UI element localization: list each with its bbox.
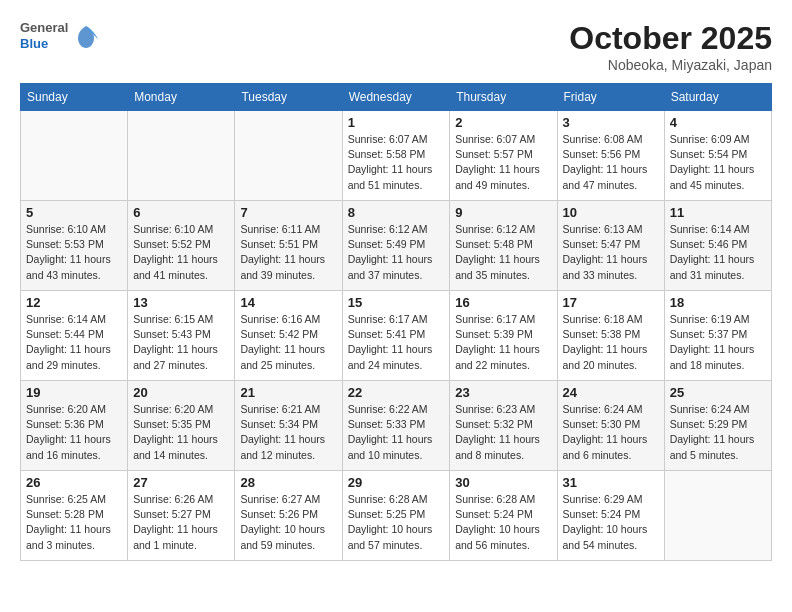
calendar-cell: 16Sunrise: 6:17 AM Sunset: 5:39 PM Dayli…: [450, 291, 557, 381]
day-number: 2: [455, 115, 551, 130]
calendar-cell: [128, 111, 235, 201]
day-number: 3: [563, 115, 659, 130]
day-number: 14: [240, 295, 336, 310]
calendar-week-row: 12Sunrise: 6:14 AM Sunset: 5:44 PM Dayli…: [21, 291, 772, 381]
calendar-cell: 28Sunrise: 6:27 AM Sunset: 5:26 PM Dayli…: [235, 471, 342, 561]
day-number: 8: [348, 205, 445, 220]
logo-text: General Blue: [20, 20, 68, 51]
day-info: Sunrise: 6:10 AM Sunset: 5:53 PM Dayligh…: [26, 222, 122, 283]
calendar-week-row: 1Sunrise: 6:07 AM Sunset: 5:58 PM Daylig…: [21, 111, 772, 201]
calendar-cell: 12Sunrise: 6:14 AM Sunset: 5:44 PM Dayli…: [21, 291, 128, 381]
calendar-cell: 31Sunrise: 6:29 AM Sunset: 5:24 PM Dayli…: [557, 471, 664, 561]
day-info: Sunrise: 6:22 AM Sunset: 5:33 PM Dayligh…: [348, 402, 445, 463]
calendar-week-row: 19Sunrise: 6:20 AM Sunset: 5:36 PM Dayli…: [21, 381, 772, 471]
day-number: 17: [563, 295, 659, 310]
day-info: Sunrise: 6:14 AM Sunset: 5:46 PM Dayligh…: [670, 222, 766, 283]
day-number: 29: [348, 475, 445, 490]
day-number: 4: [670, 115, 766, 130]
day-number: 21: [240, 385, 336, 400]
day-info: Sunrise: 6:27 AM Sunset: 5:26 PM Dayligh…: [240, 492, 336, 553]
day-info: Sunrise: 6:08 AM Sunset: 5:56 PM Dayligh…: [563, 132, 659, 193]
location: Nobeoka, Miyazaki, Japan: [569, 57, 772, 73]
logo: General Blue: [20, 20, 100, 51]
day-info: Sunrise: 6:24 AM Sunset: 5:29 PM Dayligh…: [670, 402, 766, 463]
day-info: Sunrise: 6:26 AM Sunset: 5:27 PM Dayligh…: [133, 492, 229, 553]
weekday-header-monday: Monday: [128, 84, 235, 111]
day-info: Sunrise: 6:18 AM Sunset: 5:38 PM Dayligh…: [563, 312, 659, 373]
calendar-cell: 17Sunrise: 6:18 AM Sunset: 5:38 PM Dayli…: [557, 291, 664, 381]
calendar-cell: 23Sunrise: 6:23 AM Sunset: 5:32 PM Dayli…: [450, 381, 557, 471]
header: General Blue October 2025 Nobeoka, Miyaz…: [20, 20, 772, 73]
day-number: 11: [670, 205, 766, 220]
calendar-cell: 13Sunrise: 6:15 AM Sunset: 5:43 PM Dayli…: [128, 291, 235, 381]
calendar-cell: 29Sunrise: 6:28 AM Sunset: 5:25 PM Dayli…: [342, 471, 450, 561]
calendar-cell: 24Sunrise: 6:24 AM Sunset: 5:30 PM Dayli…: [557, 381, 664, 471]
day-info: Sunrise: 6:24 AM Sunset: 5:30 PM Dayligh…: [563, 402, 659, 463]
calendar-cell: [21, 111, 128, 201]
calendar-cell: 8Sunrise: 6:12 AM Sunset: 5:49 PM Daylig…: [342, 201, 450, 291]
day-number: 18: [670, 295, 766, 310]
day-info: Sunrise: 6:17 AM Sunset: 5:41 PM Dayligh…: [348, 312, 445, 373]
day-info: Sunrise: 6:20 AM Sunset: 5:35 PM Dayligh…: [133, 402, 229, 463]
day-number: 13: [133, 295, 229, 310]
day-info: Sunrise: 6:14 AM Sunset: 5:44 PM Dayligh…: [26, 312, 122, 373]
calendar-cell: 7Sunrise: 6:11 AM Sunset: 5:51 PM Daylig…: [235, 201, 342, 291]
day-info: Sunrise: 6:28 AM Sunset: 5:25 PM Dayligh…: [348, 492, 445, 553]
day-info: Sunrise: 6:17 AM Sunset: 5:39 PM Dayligh…: [455, 312, 551, 373]
weekday-header-saturday: Saturday: [664, 84, 771, 111]
day-number: 12: [26, 295, 122, 310]
title-area: October 2025 Nobeoka, Miyazaki, Japan: [569, 20, 772, 73]
calendar-cell: 22Sunrise: 6:22 AM Sunset: 5:33 PM Dayli…: [342, 381, 450, 471]
calendar-cell: 25Sunrise: 6:24 AM Sunset: 5:29 PM Dayli…: [664, 381, 771, 471]
calendar-week-row: 5Sunrise: 6:10 AM Sunset: 5:53 PM Daylig…: [21, 201, 772, 291]
day-info: Sunrise: 6:20 AM Sunset: 5:36 PM Dayligh…: [26, 402, 122, 463]
day-info: Sunrise: 6:12 AM Sunset: 5:48 PM Dayligh…: [455, 222, 551, 283]
calendar-cell: 15Sunrise: 6:17 AM Sunset: 5:41 PM Dayli…: [342, 291, 450, 381]
calendar-cell: 4Sunrise: 6:09 AM Sunset: 5:54 PM Daylig…: [664, 111, 771, 201]
weekday-header-wednesday: Wednesday: [342, 84, 450, 111]
day-number: 10: [563, 205, 659, 220]
logo-icon: [72, 22, 100, 50]
calendar-cell: 2Sunrise: 6:07 AM Sunset: 5:57 PM Daylig…: [450, 111, 557, 201]
day-number: 26: [26, 475, 122, 490]
weekday-header-row: SundayMondayTuesdayWednesdayThursdayFrid…: [21, 84, 772, 111]
calendar-cell: 30Sunrise: 6:28 AM Sunset: 5:24 PM Dayli…: [450, 471, 557, 561]
day-info: Sunrise: 6:29 AM Sunset: 5:24 PM Dayligh…: [563, 492, 659, 553]
day-number: 23: [455, 385, 551, 400]
calendar-cell: 14Sunrise: 6:16 AM Sunset: 5:42 PM Dayli…: [235, 291, 342, 381]
calendar-cell: [664, 471, 771, 561]
day-info: Sunrise: 6:16 AM Sunset: 5:42 PM Dayligh…: [240, 312, 336, 373]
day-number: 16: [455, 295, 551, 310]
month-title: October 2025: [569, 20, 772, 57]
calendar-cell: 11Sunrise: 6:14 AM Sunset: 5:46 PM Dayli…: [664, 201, 771, 291]
calendar-cell: 9Sunrise: 6:12 AM Sunset: 5:48 PM Daylig…: [450, 201, 557, 291]
day-info: Sunrise: 6:11 AM Sunset: 5:51 PM Dayligh…: [240, 222, 336, 283]
day-info: Sunrise: 6:12 AM Sunset: 5:49 PM Dayligh…: [348, 222, 445, 283]
day-info: Sunrise: 6:15 AM Sunset: 5:43 PM Dayligh…: [133, 312, 229, 373]
calendar: SundayMondayTuesdayWednesdayThursdayFrid…: [20, 83, 772, 561]
day-number: 7: [240, 205, 336, 220]
day-info: Sunrise: 6:25 AM Sunset: 5:28 PM Dayligh…: [26, 492, 122, 553]
day-number: 19: [26, 385, 122, 400]
day-number: 9: [455, 205, 551, 220]
weekday-header-friday: Friday: [557, 84, 664, 111]
day-number: 6: [133, 205, 229, 220]
day-info: Sunrise: 6:10 AM Sunset: 5:52 PM Dayligh…: [133, 222, 229, 283]
day-info: Sunrise: 6:13 AM Sunset: 5:47 PM Dayligh…: [563, 222, 659, 283]
day-number: 24: [563, 385, 659, 400]
day-number: 28: [240, 475, 336, 490]
weekday-header-thursday: Thursday: [450, 84, 557, 111]
day-info: Sunrise: 6:09 AM Sunset: 5:54 PM Dayligh…: [670, 132, 766, 193]
day-number: 1: [348, 115, 445, 130]
day-number: 27: [133, 475, 229, 490]
day-info: Sunrise: 6:28 AM Sunset: 5:24 PM Dayligh…: [455, 492, 551, 553]
day-number: 30: [455, 475, 551, 490]
day-info: Sunrise: 6:23 AM Sunset: 5:32 PM Dayligh…: [455, 402, 551, 463]
calendar-cell: 5Sunrise: 6:10 AM Sunset: 5:53 PM Daylig…: [21, 201, 128, 291]
weekday-header-tuesday: Tuesday: [235, 84, 342, 111]
calendar-cell: 18Sunrise: 6:19 AM Sunset: 5:37 PM Dayli…: [664, 291, 771, 381]
day-info: Sunrise: 6:19 AM Sunset: 5:37 PM Dayligh…: [670, 312, 766, 373]
day-number: 25: [670, 385, 766, 400]
calendar-cell: [235, 111, 342, 201]
calendar-cell: 10Sunrise: 6:13 AM Sunset: 5:47 PM Dayli…: [557, 201, 664, 291]
